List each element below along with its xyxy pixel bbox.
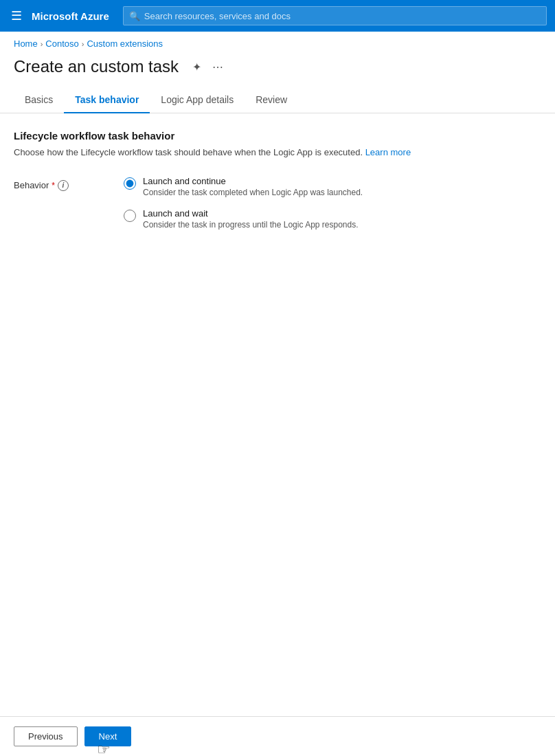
- tab-task-behavior[interactable]: Task behavior: [64, 87, 150, 113]
- search-placeholder: Search resources, services and docs: [144, 11, 291, 21]
- breadcrumb-sep-1: ›: [41, 40, 43, 48]
- app-title: Microsoft Azure: [32, 10, 109, 22]
- section-title: Lifecycle workflow task behavior: [14, 130, 541, 142]
- option-launch-wait-desc: Consider the task in progress until the …: [143, 220, 359, 230]
- radio-group: Launch and continue Consider the task co…: [124, 176, 363, 230]
- next-btn-wrap: Next ☞: [84, 726, 132, 746]
- page-header: Create an custom task ✦ ⋯: [0, 52, 555, 87]
- next-button[interactable]: Next: [84, 726, 132, 746]
- option-launch-wait-labels: Launch and wait Consider the task in pro…: [143, 208, 359, 230]
- footer: Previous Next ☞: [0, 716, 555, 756]
- tab-logic-app-details[interactable]: Logic App details: [150, 87, 245, 113]
- previous-button[interactable]: Previous: [14, 726, 78, 746]
- option-launch-wait[interactable]: Launch and wait Consider the task in pro…: [124, 208, 363, 230]
- breadcrumb: Home › Contoso › Custom extensions: [0, 32, 555, 52]
- radio-launch-wait[interactable]: [124, 210, 136, 222]
- option-launch-continue-desc: Consider the task completed when Logic A…: [143, 188, 363, 197]
- topbar: ☰ Microsoft Azure 🔍 Search resources, se…: [0, 0, 555, 32]
- option-launch-continue-labels: Launch and continue Consider the task co…: [143, 176, 363, 197]
- section-desc-text: Choose how the Lifecycle workflow task s…: [14, 147, 365, 157]
- search-icon: 🔍: [129, 11, 140, 21]
- behavior-label-text: Behavior: [14, 180, 49, 190]
- option-launch-wait-label: Launch and wait: [143, 208, 359, 219]
- search-box[interactable]: 🔍 Search resources, services and docs: [123, 6, 547, 25]
- page-header-actions: ✦ ⋯: [190, 58, 226, 76]
- more-options-icon[interactable]: ⋯: [209, 58, 226, 76]
- section-desc: Choose how the Lifecycle workflow task s…: [14, 146, 541, 159]
- option-launch-continue[interactable]: Launch and continue Consider the task co…: [124, 176, 363, 197]
- behavior-label: Behavior * i: [14, 176, 96, 191]
- breadcrumb-home[interactable]: Home: [14, 38, 38, 49]
- main-content: Lifecycle workflow task behavior Choose …: [0, 113, 555, 716]
- tabs: Basics Task behavior Logic App details R…: [0, 87, 555, 113]
- tab-review[interactable]: Review: [245, 87, 298, 113]
- hamburger-icon[interactable]: ☰: [8, 5, 25, 26]
- breadcrumb-sep-2: ›: [82, 40, 84, 48]
- behavior-row: Behavior * i Launch and continue Conside…: [14, 176, 541, 230]
- tab-basics[interactable]: Basics: [14, 87, 64, 113]
- learn-more-link[interactable]: Learn more: [365, 147, 411, 157]
- breadcrumb-current: Custom extensions: [87, 38, 163, 49]
- pin-icon[interactable]: ✦: [190, 58, 204, 76]
- breadcrumb-contoso[interactable]: Contoso: [45, 38, 78, 49]
- radio-launch-continue[interactable]: [124, 177, 136, 190]
- info-icon[interactable]: i: [58, 180, 69, 191]
- required-indicator: *: [52, 181, 55, 190]
- page-title: Create an custom task: [14, 57, 179, 76]
- option-launch-continue-label: Launch and continue: [143, 176, 363, 186]
